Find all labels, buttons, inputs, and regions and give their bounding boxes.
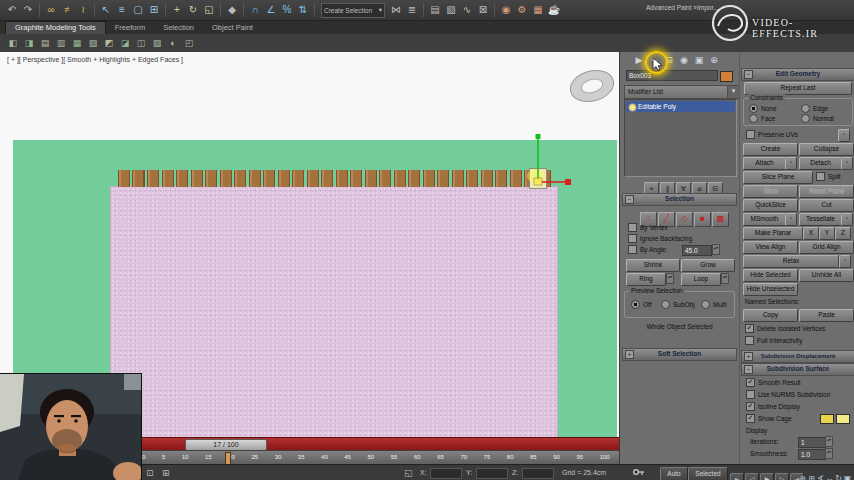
use-nurms-checkbox[interactable]: Use NURMS Subdivision	[746, 390, 830, 399]
ribbon-icon[interactable]: ▦	[70, 36, 84, 50]
ribbon-tab[interactable]: Graphite Modeling Tools	[5, 21, 106, 34]
make-planar-button[interactable]: Make Planar	[743, 227, 803, 240]
ribbon-icon[interactable]: ◐	[166, 36, 180, 50]
move-icon[interactable]: +	[169, 2, 185, 18]
iterations-field[interactable]: 1	[798, 437, 826, 448]
curve-editor-icon[interactable]: ∿	[459, 2, 475, 18]
pan-icon[interactable]: ↔	[825, 473, 834, 480]
redo-icon[interactable]: ↷	[20, 2, 36, 18]
window-crossing-icon[interactable]: ⊞	[146, 2, 162, 18]
border-mode-icon[interactable]: ◇	[676, 212, 693, 227]
selection-rollout-header[interactable]: − Selection	[622, 193, 737, 206]
manipulate-icon[interactable]: ◆	[224, 2, 240, 18]
rect-selection-region-icon[interactable]: ▢	[130, 2, 146, 18]
ribbon-icon[interactable]: ◩	[102, 36, 116, 50]
create-button[interactable]: Create	[743, 143, 798, 156]
loop-spinner[interactable]: ▴▾	[721, 273, 729, 284]
undo-icon[interactable]: ↶	[4, 2, 20, 18]
z-coordinate-field[interactable]	[522, 468, 554, 479]
ribbon-icon[interactable]: ◨	[22, 36, 36, 50]
slice-button[interactable]: Slice	[743, 185, 798, 198]
ribbon-icon[interactable]: ◪	[118, 36, 132, 50]
grow-button[interactable]: Grow	[681, 259, 735, 272]
angle-value-field[interactable]: 45.0	[682, 245, 712, 256]
smooth-result-checkbox[interactable]: Smooth Result	[746, 378, 801, 387]
ignore-backfacing-checkbox[interactable]: Ignore Backfacing	[628, 234, 692, 243]
quickslice-button[interactable]: QuickSlice	[743, 199, 798, 212]
y-coordinate-field[interactable]	[476, 468, 508, 479]
preview-multi-radio[interactable]: Multi	[701, 300, 727, 309]
shrink-button[interactable]: Shrink	[626, 259, 680, 272]
hide-unselected-button[interactable]: Hide Unselected	[743, 283, 798, 296]
tessellate-settings-button[interactable]: ▫	[841, 213, 853, 226]
select-object-icon[interactable]: ↖	[98, 2, 114, 18]
isoline-display-checkbox[interactable]: Isoline Display	[746, 402, 800, 411]
x-coordinate-field[interactable]	[430, 468, 462, 479]
preserve-uvs-checkbox[interactable]: Preserve UVs	[746, 130, 798, 139]
rotate-icon[interactable]: ↻	[185, 2, 201, 18]
tessellate-button[interactable]: Tessellate	[799, 213, 842, 226]
grid-align-button[interactable]: Grid Align	[799, 241, 854, 254]
angle-snap-icon[interactable]: ∠	[263, 2, 279, 18]
collapse-button[interactable]: Collapse	[799, 143, 854, 156]
object-name-field[interactable]: Box003	[626, 70, 718, 81]
attach-button[interactable]: Attach	[743, 157, 786, 170]
display-tab-icon[interactable]: ▣	[692, 53, 706, 67]
split-checkbox[interactable]: Split	[816, 172, 841, 181]
ribbon-icon[interactable]: ▨	[150, 36, 164, 50]
zoom-extents-icon[interactable]: ⊞	[807, 473, 816, 480]
align-icon[interactable]: ≣	[404, 2, 420, 18]
preview-subobj-radio[interactable]: SubObj	[661, 300, 695, 309]
percent-snap-icon[interactable]: %	[279, 2, 295, 18]
attach-settings-button[interactable]: ▫	[785, 157, 797, 170]
cage-selected-color-swatch[interactable]	[836, 414, 850, 424]
collapse-icon[interactable]: −	[625, 195, 634, 204]
graphite-toggle-icon[interactable]: ▧	[443, 2, 459, 18]
constraint-edge-radio[interactable]: Edge	[801, 104, 828, 113]
lightbulb-icon[interactable]	[628, 103, 637, 112]
preview-off-radio[interactable]: Off	[631, 300, 652, 309]
cage-color-swatch[interactable]	[820, 414, 834, 424]
maximize-viewport-icon[interactable]: ▣	[843, 473, 852, 480]
render-setup-icon[interactable]: ⚙	[514, 2, 530, 18]
ribbon-icon[interactable]: ◰	[182, 36, 196, 50]
soft-selection-rollout-header[interactable]: + Soft Selection	[622, 348, 737, 361]
expand-icon[interactable]: +	[744, 352, 753, 361]
delete-isolated-vertices-checkbox[interactable]: Delete Isolated Vertices	[745, 324, 825, 333]
select-by-name-icon[interactable]: ≡	[114, 2, 130, 18]
create-tab-icon[interactable]: ▶	[632, 53, 646, 67]
material-editor-icon[interactable]: ◉	[498, 2, 514, 18]
go-to-start-button[interactable]: ⇤	[730, 473, 744, 480]
angle-spinner[interactable]: ▴▾	[712, 244, 720, 255]
set-key-icon[interactable]	[632, 466, 645, 480]
absolute-offset-toggle-icon[interactable]: ◱	[404, 467, 413, 479]
polygon-mode-icon[interactable]: ■	[694, 212, 711, 227]
unhide-all-button[interactable]: Unhide All	[799, 269, 854, 282]
planar-z-button[interactable]: Z	[835, 227, 851, 240]
subdivision-displacement-rollout-header[interactable]: + Subdivision Displacement	[741, 350, 854, 363]
ring-button[interactable]: Ring	[626, 273, 666, 286]
reset-plane-button[interactable]: Reset Plane	[799, 185, 854, 198]
copy-button[interactable]: Copy	[743, 309, 798, 322]
slice-plane-button[interactable]: Slice Plane	[743, 171, 813, 184]
relax-settings-button[interactable]: ▫	[839, 255, 851, 268]
cut-button[interactable]: Cut	[799, 199, 854, 212]
selected-key-button[interactable]: Selected	[688, 467, 728, 480]
loop-button[interactable]: Loop	[681, 273, 721, 286]
mirror-icon[interactable]: ⋈	[388, 2, 404, 18]
ring-spinner[interactable]: ▴▾	[666, 273, 674, 284]
orbit-icon[interactable]: ↻	[834, 473, 843, 480]
hide-selected-button[interactable]: Hide Selected	[743, 269, 798, 282]
msmooth-button[interactable]: MSmooth	[743, 213, 786, 226]
smoothness-field[interactable]: 1.0	[798, 449, 826, 460]
play-button[interactable]: ▶	[760, 473, 774, 480]
object-color-swatch[interactable]	[720, 71, 733, 82]
constraint-face-radio[interactable]: Face	[749, 114, 775, 123]
ribbon-tab[interactable]: Object Paint	[203, 21, 262, 34]
constraint-none-radio[interactable]: None	[749, 104, 777, 113]
transform-gizmo[interactable]	[505, 132, 585, 202]
viewport-label[interactable]: [ + ][ Perspective ][ Smooth + Highlight…	[7, 56, 183, 63]
collapse-icon[interactable]: −	[744, 70, 753, 79]
by-vertex-checkbox[interactable]: By Vertex	[628, 223, 668, 232]
planar-y-button[interactable]: Y	[819, 227, 835, 240]
